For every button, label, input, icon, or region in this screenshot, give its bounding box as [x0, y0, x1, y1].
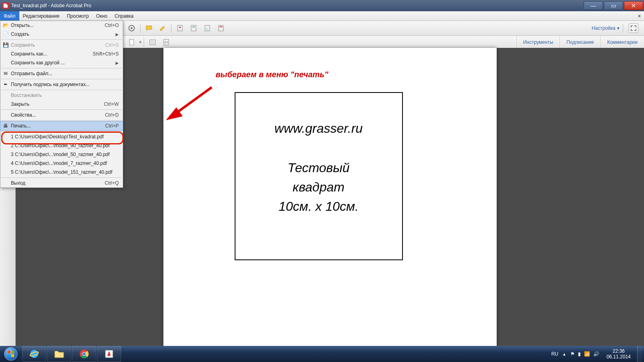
minimize-button[interactable]: ― [584, 1, 603, 10]
signature-icon: ✒ [2, 81, 9, 88]
svg-point-3 [179, 27, 181, 28]
chrome-icon [79, 349, 89, 359]
form-icon[interactable] [217, 24, 225, 33]
svg-rect-17 [8, 354, 10, 357]
menu-get-signature[interactable]: ✒ Получить подпись на документах... [0, 80, 123, 89]
print-icon: 🖶 [2, 123, 9, 129]
submenu-arrow-icon: ▶ [116, 61, 119, 65]
comments-pane-button[interactable]: Комментарии [600, 36, 644, 49]
pdf-page: выбераем в меню "печать" www.grasser.ru … [163, 48, 497, 346]
menu-window[interactable]: Окно [93, 11, 111, 21]
fit-page-icon[interactable] [148, 38, 157, 47]
menu-view[interactable]: Просмотр [63, 11, 93, 21]
submenu-arrow-icon: ▶ [116, 32, 119, 37]
document-body-text: Тестовый квадрат 10см. х 10см. [279, 158, 359, 216]
test-square: www.grasser.ru Тестовый квадрат 10см. х … [235, 92, 403, 260]
window-controls: ― ▭ ✕ [584, 1, 644, 10]
menu-close-file[interactable]: Закрыть Ctrl+W [0, 100, 123, 109]
menu-print[interactable]: 🖶 Печать... Ctrl+P [0, 121, 123, 130]
folder-icon [54, 350, 64, 358]
ie-icon [29, 349, 39, 359]
fullscreen-icon[interactable] [629, 23, 638, 33]
save-icon: 💾 [2, 42, 9, 48]
attach-icon[interactable] [189, 24, 198, 33]
svg-point-25 [83, 352, 86, 356]
taskbar-explorer[interactable] [47, 346, 71, 362]
volume-icon[interactable]: 🔊 [593, 351, 599, 357]
taskbar-ie[interactable] [22, 346, 46, 362]
action-center-icon[interactable]: ⚑ [570, 351, 575, 357]
window-title: Test_kvadrat.pdf - Adobe Acrobat Pro [11, 3, 91, 8]
svg-rect-9 [130, 39, 134, 45]
svg-rect-15 [8, 351, 10, 354]
menu-file[interactable]: Файл [0, 11, 19, 21]
customize-dropdown[interactable]: Настройка [592, 25, 615, 31]
battery-icon[interactable]: ▮ [578, 351, 581, 357]
create-pdf-icon: 📄 [2, 31, 9, 37]
language-indicator[interactable]: RU [551, 351, 558, 357]
menu-save-as[interactable]: Сохранить как... Shift+Ctrl+S [0, 49, 123, 58]
tools-pane-button[interactable]: Инструменты [516, 36, 560, 49]
menu-create[interactable]: 📄 Создать ▶ [0, 30, 123, 39]
annotation-text: выбераем в меню "печать" [216, 70, 328, 79]
menubar-close-icon[interactable]: × [635, 11, 644, 21]
taskbar-acrobat[interactable] [97, 346, 121, 362]
menu-properties[interactable]: Свойства... Ctrl+D [0, 111, 123, 119]
file-menu-dropdown: 📂 Открыть... Ctrl+O 📄 Создать ▶ 💾 Сохран… [0, 21, 123, 188]
maximize-button[interactable]: ▭ [604, 1, 623, 10]
folder-open-icon: 📂 [2, 22, 9, 29]
taskbar-chrome[interactable] [72, 346, 96, 362]
start-button[interactable] [0, 346, 22, 362]
titlebar: Test_kvadrat.pdf - Adobe Acrobat Pro ― ▭… [0, 0, 644, 11]
highlight-icon[interactable] [158, 24, 167, 33]
menubar: Файл Редактирование Просмотр Окно Справк… [0, 11, 644, 21]
svg-rect-6 [205, 25, 210, 31]
chevron-down-icon[interactable]: ▾ [617, 25, 619, 31]
menu-save: 💾 Сохранить Ctrl+S [0, 41, 123, 49]
menu-open[interactable]: 📂 Открыть... Ctrl+O [0, 21, 123, 30]
svg-rect-11 [151, 41, 154, 43]
menu-save-other[interactable]: Сохранить как другой ... ▶ [0, 58, 123, 67]
close-button[interactable]: ✕ [624, 1, 643, 10]
mail-icon: ✉ [2, 70, 9, 77]
fit-width-icon[interactable] [162, 38, 171, 47]
taskbar-clock[interactable]: 22:36 06.11.2014 [607, 348, 631, 360]
svg-rect-16 [11, 351, 14, 354]
svg-rect-18 [11, 354, 14, 357]
stamp-icon[interactable] [175, 24, 184, 33]
page-nav-icon[interactable] [127, 38, 136, 47]
sign-pane-button[interactable]: Подписание [559, 36, 600, 49]
svg-rect-8 [219, 26, 223, 27]
customize-tools-icon[interactable] [127, 24, 136, 33]
menu-recent-3[interactable]: 3 C:\Users\Офис\...\model_50_razmer_40.p… [0, 150, 123, 159]
svg-rect-4 [191, 25, 196, 31]
menu-edit[interactable]: Редактирование [19, 11, 63, 21]
document-url-text: www.grasser.ru [275, 121, 363, 136]
windows-taskbar: RU ▲ ⚑ ▮ 📶 🔊 22:36 06.11.2014 [0, 346, 644, 362]
comment-bubble-icon[interactable] [144, 24, 153, 33]
annotation-arrow-icon [163, 84, 216, 124]
menu-help[interactable]: Справка [111, 11, 137, 21]
menu-recent-5[interactable]: 5 C:\Users\Офис\...\model_151_razmer_40.… [0, 168, 123, 177]
menu-send-file[interactable]: ✉ Отправить файл... [0, 69, 123, 78]
show-desktop-button[interactable] [637, 346, 642, 362]
network-icon[interactable]: 📶 [584, 351, 590, 357]
sign-doc-icon[interactable] [203, 24, 212, 33]
chevron-down-icon[interactable]: ▼ [138, 40, 142, 44]
menu-exit[interactable]: Выход Ctrl+Q [0, 179, 123, 187]
menu-recent-2[interactable]: 2 C:\Users\Офис\...\model_90_razmer_40.p… [0, 141, 123, 150]
svg-point-1 [131, 27, 133, 29]
tray-chevron-up-icon[interactable]: ▲ [562, 352, 566, 356]
menu-revert: Восстановить [0, 91, 123, 100]
windows-logo-icon [7, 350, 14, 358]
menu-recent-1[interactable]: 1 C:\Users\Офис\Desktop\Test_kvadrat.pdf [0, 132, 123, 141]
menu-recent-4[interactable]: 4 C:\Users\Офис\...\model_7_razmer_40.pd… [0, 159, 123, 168]
svg-rect-5 [192, 27, 195, 27]
acrobat-icon [105, 350, 114, 358]
acrobat-app-icon [2, 2, 9, 9]
system-tray: RU ▲ ⚑ ▮ 📶 🔊 22:36 06.11.2014 [551, 346, 644, 362]
